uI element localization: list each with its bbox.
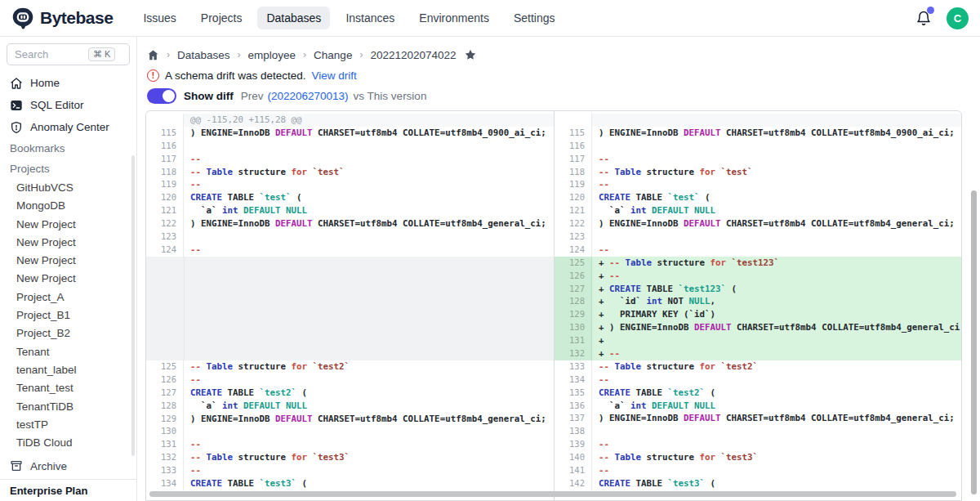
nav-item-environments[interactable]: Environments [410,7,498,29]
line-number: 118 [555,166,592,179]
plan-badge: Enterprise Plan [0,479,136,501]
code-line [184,425,554,438]
diff-line: 123 [555,230,961,244]
sidebar-project-tenant_label[interactable]: tenant_label [0,361,136,379]
diff-line: 129) ENGINE=InnoDB DEFAULT CHARSET=utf8m… [146,413,554,426]
archive-label: Archive [30,460,67,472]
code-line: ) ENGINE=InnoDB DEFAULT CHARSET=utf8mb4 … [184,413,554,426]
diff-hunk-header-row: @@ -115,20 +115,28 @@ [146,114,554,127]
diff-line: 128+ `id` int NOT NULL, [555,295,961,308]
sidebar-project-new-project[interactable]: New Project [0,270,136,288]
breadcrumb-separator: › [303,49,306,60]
line-number: 142 [555,477,592,490]
code-line: CREATE TABLE `test3` ( [592,477,961,490]
sidebar-item-sql-editor[interactable]: SQL Editor [0,94,136,116]
star-icon[interactable] [464,48,477,61]
sidebar-item-archive[interactable]: Archive [0,453,136,479]
code-line: ) ENGINE=InnoDB DEFAULT CHARSET=utf8mb4 … [592,412,961,425]
sidebar-project-new-project[interactable]: New Project [0,252,136,270]
sidebar-project-tenanttidb[interactable]: TenantTiDB [0,398,136,416]
nav-item-instances[interactable]: Instances [336,7,403,29]
sidebar-project-new-project[interactable]: New Project [0,216,136,234]
code-line: CREATE TABLE `test3` ( [184,477,554,490]
notifications-button[interactable] [915,9,932,27]
page-vertical-scrollbar[interactable] [971,190,977,494]
breadcrumb-item-4[interactable]: 20221202074022 [370,49,456,61]
line-number: 126 [146,374,184,387]
sidebar-project-project_a[interactable]: Project_A [0,289,136,306]
search-box[interactable]: ⌘ K [7,43,130,65]
diff-line: 138 [555,425,961,438]
bytebase-logo-icon [11,7,34,29]
diff-line: 121 `a` int DEFAULT NULL [555,204,961,217]
sidebar-project-project_b1[interactable]: Project_B1 [0,306,136,324]
view-drift-link[interactable]: View drift [312,69,357,82]
line-number: 136 [555,400,592,413]
line-number: 123 [146,230,184,244]
code-line: -- [592,153,961,166]
sidebar-project-tidb-cloud[interactable]: TiDB Cloud [0,434,136,452]
line-number: 116 [555,140,592,153]
nav-item-issues[interactable]: Issues [134,7,185,29]
brand[interactable]: Bytebase [0,7,113,29]
diff-line: 133-- [146,464,554,477]
notification-dot [927,7,934,14]
horizontal-scrollbar-right[interactable] [153,491,956,497]
nav-item-settings[interactable]: Settings [505,7,564,29]
code-line: ) ENGINE=InnoDB DEFAULT CHARSET=utf8mb4 … [184,217,554,230]
line-number: 120 [555,191,592,204]
breadcrumb: ›Databases›employee›Change›2022120207402… [147,48,477,61]
line-number: 125 [555,257,592,270]
sidebar-project-project_b2[interactable]: Project_B2 [0,324,136,342]
line-number: 128 [146,400,184,413]
code-line: `a` int DEFAULT NULL [592,204,961,217]
line-number: 135 [555,387,592,400]
line-number [555,114,592,127]
sidebar-project-new-project[interactable]: New Project [0,234,136,252]
avatar[interactable]: C [947,7,969,29]
sidebar-project-tenant_test[interactable]: Tenant_test [0,379,136,397]
code-line [592,114,961,127]
code-line: `a` int DEFAULT NULL [592,400,961,413]
sidebar-project-githubvcs[interactable]: GitHubVCS [0,179,136,197]
search-input[interactable] [15,48,85,60]
line-number: 124 [146,244,184,257]
sidebar-project-tenant[interactable]: Tenant [0,343,136,361]
breadcrumb-item-1[interactable]: Databases [177,49,230,61]
code-line: -- [184,464,554,477]
prev-version-link[interactable]: (202206270013) [268,90,349,102]
show-diff-toggle[interactable] [147,88,176,104]
line-number: 127 [555,283,592,296]
breadcrumb-item-3[interactable]: Change [314,49,352,61]
line-number: 133 [555,360,592,374]
code-line [184,140,554,153]
nav-item-databases[interactable]: Databases [257,7,330,29]
code-line: -- [592,244,961,257]
sidebar-scrollbar[interactable] [131,155,135,456]
breadcrumb-separator: › [238,49,241,60]
line-number: 132 [555,347,592,360]
sidebar-project-mongodb[interactable]: MongoDB [0,197,136,215]
diff-line: 120CREATE TABLE `test` ( [555,191,961,204]
nav-item-projects[interactable]: Projects [192,7,252,29]
line-number: 125 [146,360,184,374]
sidebar-bottom: Archive Enterprise Plan [0,453,136,501]
diff-line: 118-- Table structure for `test` [555,166,961,179]
sidebar-project-testtp[interactable]: testTP [0,416,136,434]
sidebar-item-home[interactable]: Home [0,72,136,94]
code-line: + ) ENGINE=InnoDB DEFAULT CHARSET=utf8mb… [592,321,961,334]
code-line [592,230,961,244]
brand-name: Bytebase [40,8,113,28]
code-line: + CREATE TABLE `test123` ( [592,283,961,296]
top-navbar: Bytebase IssuesProjectsDatabasesInstance… [0,0,980,37]
projects-section-label: Projects [0,159,136,179]
sidebar-item-anomaly-center[interactable]: Anomaly Center [0,116,136,138]
home-icon[interactable] [147,49,159,61]
breadcrumb-item-2[interactable]: employee [248,49,296,61]
diff-line: 135CREATE TABLE `test2` ( [555,387,961,400]
line-number: 117 [555,153,592,166]
diff-line: 127CREATE TABLE `test2` ( [146,387,554,400]
diff-line: 130 [146,425,554,438]
diff-line: 133-- Table structure for `test2` [555,360,961,374]
diff-line: 116 [555,140,961,153]
